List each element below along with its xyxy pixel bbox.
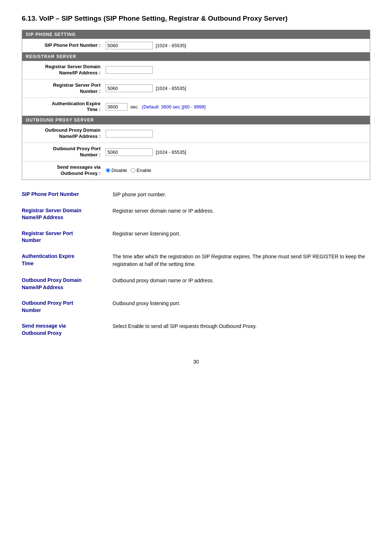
sip-phone-port-row: SIP Phone Port Number : [1024 - 65535] (22, 39, 370, 52)
desc-outbound-port-term: Outbound Proxy PortNumber (22, 300, 113, 314)
desc-auth-expire: Authentication ExpireTime The time after… (22, 253, 370, 268)
outbound-port-label: Outbound Proxy PortNumber : (26, 146, 106, 158)
desc-auth-expire-def: The time after which the registration on… (113, 253, 370, 268)
sip-phone-port-range: [1024 - 65535] (156, 43, 186, 48)
enable-radio[interactable] (131, 168, 135, 173)
outbound-section: Outbound Proxy Server Outbound Proxy Dom… (22, 116, 370, 180)
desc-registrar-port-def: Registrar server listening port. (113, 230, 370, 238)
disable-radio-label[interactable]: Disable (106, 168, 127, 173)
outbound-port-input[interactable] (106, 148, 153, 156)
desc-outbound-port: Outbound Proxy PortNumber Outbound proxy… (22, 300, 370, 314)
outbound-domain-label: Outbound Proxy DomainName/IP Address : (26, 127, 106, 140)
desc-auth-expire-term: Authentication ExpireTime (22, 253, 113, 267)
desc-outbound-domain-def: Outbound proxy domain name or IP address… (113, 277, 370, 284)
registrar-domain-row: Registrar Server DomainName/IP Address : (22, 61, 370, 79)
enable-radio-label[interactable]: Enable (131, 168, 151, 173)
desc-sip-phone-port-term: SIP Phone Port Number (22, 191, 113, 198)
sip-phone-header: SIP Phone Setting (22, 30, 370, 39)
sip-phone-port-input[interactable] (106, 42, 153, 49)
auth-expire-label: Authentication ExpireTime : (26, 101, 106, 113)
desc-registrar-port-term: Registrar Server PortNumber (22, 230, 113, 244)
desc-registrar-domain-def: Registrar server domain name or IP addre… (113, 207, 370, 215)
outbound-proxy-radio-group: Disable Enable (106, 168, 151, 173)
auth-expire-sec: sec. (130, 104, 139, 110)
auth-expire-input[interactable] (106, 103, 127, 111)
outbound-domain-value (106, 130, 366, 138)
send-via-outbound-label: Send messages viaOutbound Proxy : (26, 164, 106, 177)
registrar-port-range: [1024 - 65535] (156, 86, 186, 91)
desc-outbound-port-def: Outbound proxy listening port. (113, 300, 370, 307)
registrar-port-row: Registrar Server PortNumber : [1024 - 65… (22, 79, 370, 98)
description-section: SIP Phone Port Number SIP phone port num… (22, 191, 370, 337)
outbound-domain-input[interactable] (106, 130, 153, 138)
desc-outbound-domain: Outbound Proxy DomainName/IP Address Out… (22, 277, 370, 291)
send-via-outbound-row: Send messages viaOutbound Proxy : Disabl… (22, 161, 370, 180)
page-title: 6.13. VoIP – SIP Settings (SIP Phone Set… (22, 15, 370, 22)
registrar-domain-label: Registrar Server DomainName/IP Address : (26, 64, 106, 76)
outbound-header: Outbound Proxy Server (22, 116, 370, 124)
desc-sip-phone-port-def: SIP phone port number. (113, 191, 370, 198)
outbound-port-row: Outbound Proxy PortNumber : [1024 - 6553… (22, 143, 370, 161)
outbound-domain-row: Outbound Proxy DomainName/IP Address : (22, 124, 370, 143)
auth-expire-value: sec. (Default: 3600 sec.)[60 - 9999] (106, 103, 366, 111)
auth-expire-row: Authentication ExpireTime : sec. (Defaul… (22, 98, 370, 116)
disable-radio[interactable] (106, 168, 110, 173)
desc-send-via-outbound-def: Select Enable to send all SIP requests t… (113, 323, 370, 330)
send-via-outbound-value: Disable Enable (106, 168, 366, 173)
sip-phone-section: SIP Phone Setting SIP Phone Port Number … (22, 30, 370, 53)
registrar-domain-value (106, 66, 366, 74)
desc-outbound-domain-term: Outbound Proxy DomainName/IP Address (22, 277, 113, 291)
sip-phone-port-label: SIP Phone Port Number : (26, 42, 106, 49)
registrar-port-input[interactable] (106, 85, 153, 92)
desc-send-via-outbound-term: Send message viaOutbound Proxy (22, 323, 113, 337)
auth-expire-hint: (Default: 3600 sec.)[60 - 9999] (142, 104, 206, 110)
registrar-section: Registrar Server Registrar Server Domain… (22, 52, 370, 116)
registrar-domain-input[interactable] (106, 66, 153, 74)
desc-send-via-outbound: Send message viaOutbound Proxy Select En… (22, 323, 370, 337)
settings-table: SIP Phone Setting SIP Phone Port Number … (22, 30, 370, 180)
desc-sip-phone-port: SIP Phone Port Number SIP phone port num… (22, 191, 370, 198)
outbound-port-range: [1024 - 65535] (156, 149, 186, 155)
registrar-port-label: Registrar Server PortNumber : (26, 82, 106, 95)
registrar-header: Registrar Server (22, 52, 370, 61)
desc-registrar-domain: Registrar Server DomainName/IP Address R… (22, 207, 370, 221)
page-number: 30 (22, 359, 370, 365)
sip-phone-port-value: [1024 - 65535] (106, 42, 366, 49)
outbound-port-value: [1024 - 65535] (106, 148, 366, 156)
registrar-port-value: [1024 - 65535] (106, 85, 366, 92)
desc-registrar-port: Registrar Server PortNumber Registrar se… (22, 230, 370, 244)
desc-registrar-domain-term: Registrar Server DomainName/IP Address (22, 207, 113, 221)
